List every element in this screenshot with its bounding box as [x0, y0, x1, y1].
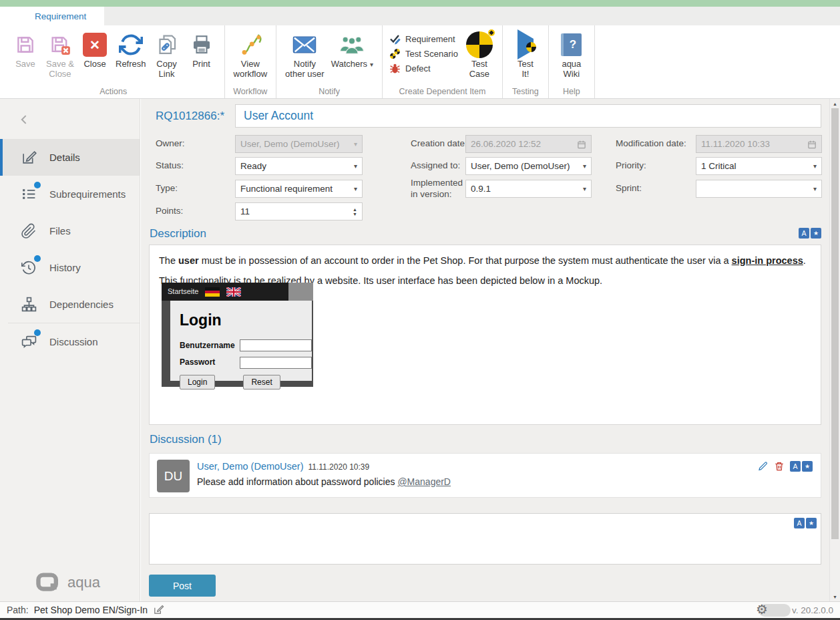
save-close-icon — [49, 30, 71, 59]
wiki-book-icon: ? — [561, 30, 582, 59]
sidebar-item-subrequirements[interactable]: Subrequirements — [0, 176, 140, 212]
ribbon-tab-row: Requirement — [0, 7, 840, 25]
aqua-logo-text: aqua — [67, 574, 100, 591]
priority-select[interactable]: 1 Critical ▾ — [696, 157, 822, 175]
priority-label: Priority: — [616, 160, 646, 172]
assigned-to-select[interactable]: User, Demo (DemoUser) ▾ — [465, 157, 592, 175]
translate-input-button[interactable]: A ★ — [794, 518, 817, 528]
create-requirement-button[interactable]: Requirement — [389, 33, 458, 45]
sign-in-process-link[interactable]: sign-in process — [732, 255, 803, 266]
tab-requirement[interactable]: Requirement — [17, 7, 104, 25]
test-case-sun-icon — [488, 29, 495, 36]
aqua-wiki-button[interactable]: ? aqua Wiki — [554, 28, 589, 82]
calendar-icon — [807, 140, 817, 149]
close-button[interactable]: ✕ Close — [77, 28, 112, 71]
group-label-notify: Notify — [276, 87, 382, 96]
description-editor[interactable]: The user must be in possession of an acc… — [149, 245, 821, 425]
create-test-scenario-label: Test Scenario — [405, 49, 458, 59]
sidebar-item-label: Dependencies — [49, 299, 114, 310]
title-value: User Account — [244, 109, 313, 123]
copy-link-button[interactable]: Copy Link — [150, 28, 184, 82]
group-label-help: Help — [549, 87, 594, 96]
path-value: Pet Shop Demo EN/Sign-In — [34, 605, 148, 615]
mention-link[interactable]: @ManagerD — [397, 476, 451, 487]
ribbon-group-workflow: View workflow Workflow — [225, 25, 277, 98]
scrollbar-thumb[interactable] — [831, 108, 839, 539]
paperclip-icon — [20, 222, 37, 240]
type-label: Type: — [156, 183, 178, 194]
main-content: RQ1012866:* User Account Owner: User, De… — [141, 99, 829, 601]
test-case-icon — [466, 30, 493, 59]
notification-dot — [34, 182, 41, 188]
points-input[interactable]: 11 ▲ ▼ — [235, 202, 363, 220]
title-input[interactable]: User Account — [235, 104, 821, 128]
watchers-button[interactable]: Watchers▾ — [328, 28, 377, 71]
sidebar-item-discussion[interactable]: Discussion — [0, 323, 140, 360]
scroll-up-button[interactable]: ▲ — [830, 99, 840, 108]
scroll-down-button[interactable]: ▼ — [830, 592, 840, 601]
sidebar-item-label: Subrequirements — [49, 188, 126, 200]
implemented-in-version-select[interactable]: 0.9.1 ▾ — [465, 180, 592, 198]
translate-button[interactable]: A ★ — [799, 228, 821, 239]
create-test-scenario-button[interactable]: Test Scenario — [389, 48, 458, 59]
sidebar-item-details[interactable]: Details — [0, 139, 140, 176]
history-clock-icon — [20, 259, 37, 277]
save-close-button: Save & Close — [43, 28, 77, 82]
group-label-workflow: Workflow — [225, 87, 276, 96]
mockup-tab-bar: Startseite — [162, 283, 288, 301]
list-icon — [20, 186, 37, 203]
edit-comment-button[interactable] — [758, 461, 769, 472]
stepper-up-icon: ▲ — [353, 207, 357, 212]
version-text: v. 20.2.0.0 — [792, 605, 833, 615]
comment-input[interactable] — [150, 514, 821, 564]
copy-link-label: Copy Link — [156, 59, 176, 80]
sidebar-item-history[interactable]: History — [0, 249, 140, 286]
description-heading: Description — [150, 227, 206, 241]
delete-comment-button[interactable] — [774, 461, 785, 472]
status-select[interactable]: Ready ▾ — [235, 157, 363, 175]
test-it-label: Test It! — [517, 59, 534, 80]
test-it-button[interactable]: Test It! — [508, 28, 543, 82]
save-close-label: Save & Close — [46, 59, 74, 80]
uk-flag-icon — [226, 287, 241, 297]
collapse-sidebar-button[interactable] — [16, 111, 33, 128]
create-requirement-label: Requirement — [405, 34, 455, 44]
mockup-tab-startseite: Startseite — [168, 286, 198, 297]
chevron-down-icon: ▾ — [813, 185, 817, 192]
type-select[interactable]: Functional requirement ▾ — [235, 180, 363, 198]
workflow-icon — [238, 30, 262, 59]
group-label-testing: Testing — [503, 87, 548, 96]
print-button[interactable]: Print — [184, 28, 219, 71]
discussion-heading: Discussion (1) — [150, 433, 222, 446]
edit-path-button[interactable] — [153, 604, 164, 615]
points-stepper[interactable]: ▲ ▼ — [353, 207, 357, 216]
save-button: Save — [8, 28, 43, 71]
ribbon-group-testing: Test It! Testing — [503, 25, 549, 98]
test-case-button[interactable]: Test Case — [462, 28, 497, 82]
aqua-wiki-label: aqua Wiki — [562, 59, 581, 80]
new-comment-box: A ★ — [149, 513, 821, 565]
create-defect-button[interactable]: Defect — [389, 63, 458, 74]
translate-comment-button[interactable]: A ★ — [790, 461, 813, 472]
translate-a-icon: A — [794, 518, 805, 528]
sprint-label: Sprint: — [616, 183, 642, 194]
group-label-actions: Actions — [3, 87, 224, 96]
sidebar-item-label: Details — [49, 152, 80, 163]
mockup-password-input — [240, 357, 312, 369]
sidebar-item-dependencies[interactable]: Dependencies — [0, 286, 140, 323]
settings-toggle[interactable]: ⚙ — [759, 604, 791, 617]
test-it-icon — [517, 30, 534, 59]
vertical-scrollbar[interactable]: ▲ ▼ — [829, 99, 840, 601]
calendar-icon — [577, 140, 586, 149]
gear-icon: ⚙ — [756, 601, 768, 617]
view-workflow-button[interactable]: View workflow — [230, 28, 271, 82]
points-label: Points: — [156, 206, 183, 217]
sidebar-item-files[interactable]: Files — [0, 212, 140, 249]
sidebar-item-label: Files — [49, 225, 71, 237]
refresh-button[interactable]: Refresh — [112, 28, 150, 71]
comment-author-link[interactable]: User, Demo (DemoUser) — [197, 461, 304, 472]
sprint-select[interactable]: ▾ — [696, 180, 822, 198]
create-defect-label: Defect — [405, 63, 431, 73]
notify-other-user-button[interactable]: Notify other user — [282, 28, 328, 82]
post-button[interactable]: Post — [149, 575, 216, 597]
